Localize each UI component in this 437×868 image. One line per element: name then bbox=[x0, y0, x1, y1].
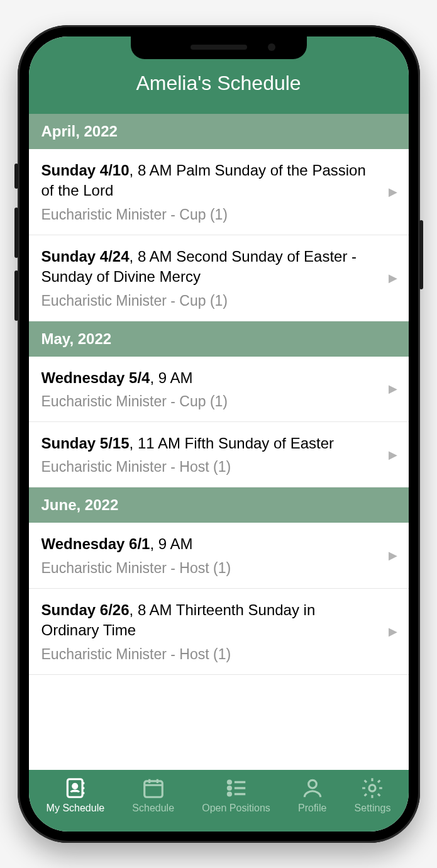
tab-label: My Schedule bbox=[47, 803, 105, 814]
month-header: June, 2022 bbox=[29, 487, 409, 523]
svg-point-9 bbox=[228, 781, 231, 784]
chevron-right-icon: ▶ bbox=[389, 548, 397, 562]
tab-profile[interactable]: Profile bbox=[298, 776, 326, 814]
tab-settings[interactable]: Settings bbox=[355, 776, 391, 814]
calendar-icon bbox=[141, 776, 165, 800]
event-row[interactable]: Sunday 6/26, 8 AM Thirteenth Sunday in O… bbox=[29, 589, 409, 675]
event-row[interactable]: Sunday 5/15, 11 AM Fifth Sunday of Easte… bbox=[29, 422, 409, 487]
event-date: Sunday 4/24 bbox=[41, 248, 130, 265]
event-title: Wednesday 5/4, 9 AM bbox=[41, 368, 377, 388]
event-row[interactable]: Wednesday 5/4, 9 AM Eucharistic Minister… bbox=[29, 357, 409, 422]
event-title: Sunday 4/10, 8 AM Palm Sunday of the Pas… bbox=[41, 160, 377, 201]
event-desc: , 11 AM Fifth Sunday of Easter bbox=[130, 435, 335, 452]
tab-label: Open Positions bbox=[202, 803, 270, 814]
event-date: Sunday 6/26 bbox=[41, 601, 130, 618]
month-header: April, 2022 bbox=[29, 114, 409, 149]
tab-label: Schedule bbox=[132, 803, 174, 814]
tab-open-positions[interactable]: Open Positions bbox=[202, 776, 270, 814]
event-date: Sunday 4/10 bbox=[41, 162, 130, 179]
tab-my-schedule[interactable]: My Schedule bbox=[47, 776, 105, 814]
tab-label: Settings bbox=[355, 803, 391, 814]
event-role: Eucharistic Minister - Cup (1) bbox=[41, 206, 377, 223]
svg-point-15 bbox=[308, 780, 316, 788]
month-header: May, 2022 bbox=[29, 321, 409, 357]
event-title: Sunday 4/24, 8 AM Second Sunday of Easte… bbox=[41, 247, 377, 287]
event-date: Wednesday 6/1 bbox=[41, 535, 150, 552]
svg-point-1 bbox=[73, 784, 77, 788]
event-role: Eucharistic Minister - Host (1) bbox=[41, 646, 377, 663]
phone-frame: Amelia's Schedule April, 2022 Sunday 4/1… bbox=[18, 25, 420, 843]
chevron-right-icon: ▶ bbox=[389, 382, 397, 396]
chevron-right-icon: ▶ bbox=[389, 271, 397, 285]
event-role: Eucharistic Minister - Host (1) bbox=[41, 459, 377, 476]
svg-point-11 bbox=[228, 787, 231, 790]
event-desc: , 9 AM bbox=[150, 535, 192, 552]
phone-notch bbox=[131, 36, 307, 59]
event-title: Wednesday 6/1, 9 AM bbox=[41, 534, 377, 554]
event-role: Eucharistic Minister - Cup (1) bbox=[41, 393, 377, 410]
list-icon bbox=[224, 776, 248, 800]
tab-schedule[interactable]: Schedule bbox=[132, 776, 174, 814]
svg-point-13 bbox=[228, 793, 231, 796]
event-row[interactable]: Sunday 4/10, 8 AM Palm Sunday of the Pas… bbox=[29, 149, 409, 235]
contact-book-icon bbox=[64, 776, 87, 800]
chevron-right-icon: ▶ bbox=[389, 448, 397, 462]
event-title: Sunday 5/15, 11 AM Fifth Sunday of Easte… bbox=[41, 433, 377, 453]
chevron-right-icon: ▶ bbox=[389, 625, 397, 638]
event-role: Eucharistic Minister - Cup (1) bbox=[41, 292, 377, 309]
event-title: Sunday 6/26, 8 AM Thirteenth Sunday in O… bbox=[41, 600, 377, 641]
profile-icon bbox=[301, 776, 324, 800]
event-desc: , 9 AM bbox=[150, 369, 192, 386]
event-row[interactable]: Wednesday 6/1, 9 AM Eucharistic Minister… bbox=[29, 523, 409, 588]
gear-icon bbox=[360, 776, 384, 800]
tab-label: Profile bbox=[298, 803, 326, 814]
event-row[interactable]: Sunday 4/24, 8 AM Second Sunday of Easte… bbox=[29, 235, 409, 321]
event-date: Sunday 5/15 bbox=[41, 435, 130, 452]
event-date: Wednesday 5/4 bbox=[41, 369, 150, 386]
svg-rect-5 bbox=[144, 781, 162, 797]
tab-bar: My Schedule Schedule Open Positions bbox=[29, 770, 409, 832]
event-role: Eucharistic Minister - Host (1) bbox=[41, 560, 377, 577]
screen: Amelia's Schedule April, 2022 Sunday 4/1… bbox=[29, 36, 409, 832]
chevron-right-icon: ▶ bbox=[389, 185, 397, 199]
svg-point-16 bbox=[369, 785, 375, 791]
schedule-list[interactable]: April, 2022 Sunday 4/10, 8 AM Palm Sunda… bbox=[29, 114, 409, 770]
